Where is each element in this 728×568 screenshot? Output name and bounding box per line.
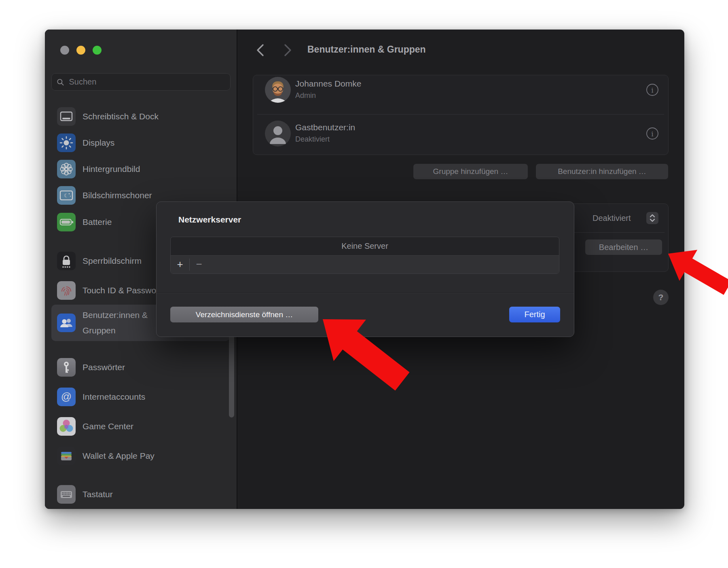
- keyboard-icon: [57, 485, 76, 504]
- network-server-value: Deaktiviert: [593, 214, 631, 223]
- sidebar-scrollbar[interactable]: [229, 332, 234, 418]
- search-field[interactable]: [51, 73, 231, 91]
- game-center-icon: [57, 417, 76, 436]
- network-server-dialog: Netzwerkserver Keine Server + − Verzeich…: [156, 201, 574, 337]
- sidebar-item-wallpaper[interactable]: Hintergrundbild: [51, 157, 231, 181]
- open-directory-services-button[interactable]: Verzeichnisdienste öffnen …: [170, 307, 318, 322]
- screensaver-icon: ☾: [57, 186, 76, 205]
- at-icon: @: [57, 388, 76, 406]
- avatar: [265, 77, 291, 103]
- done-button[interactable]: Fertig: [509, 307, 560, 322]
- svg-text:i: i: [651, 130, 654, 138]
- back-button[interactable]: [254, 44, 267, 57]
- close-button[interactable]: [60, 46, 69, 55]
- dialog-title: Netzwerkserver: [178, 215, 241, 225]
- empty-server-message: Keine Server: [171, 237, 559, 255]
- sidebar-item-label: Hintergrundbild: [83, 164, 140, 174]
- sidebar-item-internet-accounts[interactable]: @ Internetaccounts: [51, 385, 231, 409]
- sidebar-item-passwords[interactable]: Passwörter: [51, 356, 231, 379]
- info-icon[interactable]: i: [646, 83, 659, 96]
- user-status: Deaktiviert: [295, 135, 330, 144]
- sidebar-item-label: Wallet & Apple Pay: [83, 451, 154, 461]
- sidebar-item-keyboard[interactable]: Tastatur: [51, 483, 231, 506]
- sidebar-item-game-center[interactable]: Game Center: [51, 415, 231, 438]
- svg-text:i: i: [651, 86, 654, 94]
- popup-stepper[interactable]: [646, 212, 658, 224]
- screenshot-stage: Schreibtisch & Dock Displays Hintergrund…: [0, 0, 728, 568]
- sidebar-item-label: Schreibtisch & Dock: [83, 112, 159, 121]
- list-toolbar: + −: [171, 256, 559, 273]
- add-server-button[interactable]: +: [171, 259, 189, 271]
- add-user-button[interactable]: Benutzer:in hinzufügen …: [536, 164, 668, 179]
- fingerprint-icon: [57, 281, 76, 300]
- sidebar-item-label: Tastatur: [83, 490, 113, 499]
- search-input[interactable]: [68, 77, 225, 87]
- wallet-icon: [57, 447, 76, 465]
- forward-button[interactable]: [281, 44, 294, 57]
- user-status: Admin: [295, 91, 316, 100]
- sidebar-item-label: Benutzer:innen & Gruppen: [83, 307, 148, 338]
- key-icon: [57, 358, 76, 377]
- info-icon[interactable]: i: [646, 127, 659, 140]
- dialog-footer-divider: [157, 293, 574, 293]
- battery-icon: [57, 213, 76, 231]
- help-button[interactable]: ?: [653, 290, 669, 305]
- add-group-button[interactable]: Gruppe hinzufügen …: [413, 164, 528, 179]
- sidebar-item-wallet[interactable]: Wallet & Apple Pay: [51, 444, 231, 468]
- user-name: Johannes Domke: [295, 79, 361, 89]
- sidebar-item-label: Bildschirmschoner: [83, 191, 152, 200]
- remove-server-button[interactable]: −: [190, 259, 208, 271]
- lock-icon: [57, 252, 76, 270]
- page-title: Benutzer:innen & Gruppen: [307, 44, 426, 55]
- search-icon: [57, 78, 64, 86]
- minimize-button[interactable]: [76, 46, 85, 55]
- traffic-lights: [60, 46, 102, 55]
- svg-text:☾: ☾: [64, 193, 69, 199]
- users-groups-icon: [57, 314, 76, 332]
- svg-text:@: @: [61, 390, 72, 403]
- sidebar-item-label: Game Center: [83, 422, 133, 431]
- guest-avatar: [265, 121, 291, 146]
- sidebar-item-label: Sperrbildschirm: [83, 256, 142, 266]
- sidebar-item-displays[interactable]: Displays: [51, 131, 231, 155]
- displays-icon: [57, 134, 76, 152]
- sidebar-item-desktop-dock[interactable]: Schreibtisch & Dock: [51, 105, 231, 128]
- row-divider: [257, 114, 664, 114]
- server-list: Keine Server + −: [170, 237, 559, 274]
- zoom-button[interactable]: [93, 46, 102, 55]
- sidebar-item-label: Passwörter: [83, 362, 125, 372]
- sidebar-item-label: Batterie: [83, 217, 112, 227]
- sidebar-item-label: Touch ID & Passwort: [83, 286, 161, 295]
- sidebar-item-label: Internetaccounts: [83, 392, 145, 402]
- wallpaper-icon: [57, 160, 76, 178]
- desktop-dock-icon: [57, 107, 76, 126]
- edit-button[interactable]: Bearbeiten …: [585, 239, 662, 255]
- sidebar-item-label: Displays: [83, 138, 114, 148]
- user-name: Gastbenutzer:in: [295, 123, 355, 132]
- chevron-up-down-icon: [646, 212, 658, 224]
